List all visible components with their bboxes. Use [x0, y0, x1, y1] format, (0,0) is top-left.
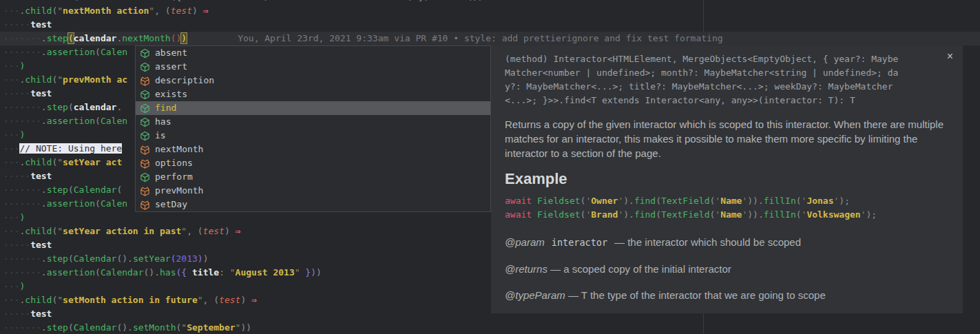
jsdoc-tag-text: — a scoped copy of the initial interacto…: [550, 263, 731, 275]
jsdoc-tag-code: interactor: [552, 237, 607, 248]
code-line[interactable]: ·······.step(calendar.nextMonth())You, A…: [3, 32, 723, 45]
code-token: );: [839, 196, 850, 206]
code-token: ·······: [3, 47, 41, 57]
suggestion-item-options[interactable]: options: [136, 156, 490, 170]
suggestion-item-is[interactable]: is: [136, 129, 490, 143]
code-token: step: [47, 33, 68, 43]
method-icon: [140, 131, 150, 141]
jsdoc-tags: @paraminteractor— the interactor which s…: [505, 235, 949, 302]
code-line[interactable]: ···// NOTE: Using here: [3, 142, 122, 156]
code-token: .: [41, 198, 47, 209]
code-token: TextField: [661, 196, 709, 206]
code-token: )).: [747, 209, 763, 220]
code-token: ): [203, 253, 209, 264]
code-token: 2013: [176, 253, 198, 264]
suggestion-label: absent: [155, 46, 187, 60]
code-token: ": [198, 295, 203, 305]
code-line[interactable]: ···.child("setMonth action in future", (…: [3, 293, 257, 307]
example-code-block: await Fieldset('Owner').find(TextField('…: [505, 194, 949, 222]
code-token: ()): [467, 0, 483, 2]
code-token: );: [866, 209, 877, 220]
code-line[interactable]: ·······.assertion(Calendar().has({ title…: [3, 266, 322, 280]
code-line[interactable]: ···): [3, 280, 25, 293]
code-line[interactable]: ·····test: [3, 169, 52, 183]
code-token: ·······: [3, 267, 41, 278]
code-token: ·······: [3, 253, 41, 264]
code-token: ): [19, 212, 25, 222]
code-line[interactable]: ·······.step(calendar.: [3, 101, 122, 114]
code-line[interactable]: ···.child("prevMonth ac: [3, 73, 127, 87]
code-token: assertion: [47, 267, 95, 278]
code-token: ···: [3, 143, 19, 154]
code-token: test: [171, 6, 192, 16]
suggestion-item-nextMonth[interactable]: nextMonth: [136, 143, 490, 156]
field-icon: [140, 76, 150, 86]
code-line[interactable]: ···.child("nextMonth action", (test) ⇒: [3, 4, 208, 18]
suggestion-item-perform[interactable]: perform: [136, 170, 490, 184]
code-token: test: [30, 309, 52, 319]
code-token: .: [41, 33, 47, 43]
suggestion-item-description[interactable]: description: [136, 74, 490, 87]
code-token: ···: [3, 74, 19, 85]
jsdoc-tag-row: @paraminteractor— the interactor which s…: [505, 235, 949, 250]
code-token: ): [19, 129, 25, 140]
code-line[interactable]: ·······.assertion(Calen: [3, 197, 127, 211]
code-token: .: [116, 102, 122, 112]
code-token: .: [41, 267, 47, 278]
code-line[interactable]: ·······.step(Calendar().setMonth("Septem…: [3, 321, 251, 334]
suggestion-item-assert[interactable]: assert: [136, 60, 490, 74]
code-line[interactable]: ·····test: [3, 87, 52, 101]
code-token: child: [25, 157, 52, 167]
code-token: Fieldset: [537, 196, 581, 206]
code-token: ···: [3, 6, 19, 16]
code-token: 2021-03-10T10:00:00.000Z: [273, 0, 402, 2]
code-token: ': [715, 209, 720, 220]
code-token: ·····: [3, 19, 30, 30]
jsdoc-tag-row: @typeParam — T the type of the interacto…: [505, 288, 949, 302]
code-token: Calen: [101, 198, 127, 209]
code-line[interactable]: ·····test: [3, 18, 52, 32]
close-icon[interactable]: ×: [947, 51, 953, 62]
code-line[interactable]: ···): [3, 59, 25, 73]
code-token: test: [30, 171, 52, 181]
code-line[interactable]: ···.child("setYear act: [3, 156, 122, 169]
suggestion-item-has[interactable]: has: [136, 115, 490, 129]
code-line[interactable]: ·······.step(Calendar().setYear(2013)): [3, 252, 208, 266]
code-token: ).: [623, 209, 634, 220]
suggestion-item-exists[interactable]: exists: [136, 87, 490, 101]
suggestion-item-find[interactable]: find: [136, 101, 490, 115]
code-token: ": [57, 74, 63, 85]
code-line[interactable]: ·······.assertion(Calen: [3, 114, 127, 128]
code-token: :: [208, 0, 219, 2]
suggestion-item-prevMonth[interactable]: prevMonth: [136, 184, 490, 198]
suggestion-label: exists: [155, 87, 187, 101]
code-line[interactable]: ···): [3, 211, 25, 225]
code-token: step: [47, 322, 68, 333]
code-line[interactable]: ···): [3, 128, 25, 142]
code-token: .assertion: [19, 0, 73, 2]
code-token: Owner: [591, 196, 618, 206]
code-token: Volkswagen: [806, 209, 860, 220]
code-line[interactable]: ·······.step(Calendar(: [3, 183, 122, 197]
code-token: assertion: [47, 47, 95, 57]
code-token: test: [30, 88, 52, 98]
autocomplete-dropdown: absentassertdescriptionexistsfindhasisne…: [135, 45, 491, 212]
code-token: Brand: [591, 209, 618, 220]
code-line[interactable]: ·····test: [3, 238, 52, 252]
code-token: step: [47, 253, 68, 264]
code-token: ): [198, 253, 203, 264]
code-token: ·····: [3, 88, 30, 98]
suggestion-label: assert: [155, 60, 187, 74]
example-code-line: await Fieldset('Owner').find(TextField('…: [505, 194, 949, 208]
code-token: (: [68, 322, 74, 333]
code-line[interactable]: ···.child("setYear action in past", (tes…: [3, 225, 240, 238]
code-line[interactable]: ·······.assertion(Calen: [3, 45, 127, 59]
code-token: exists: [435, 0, 467, 2]
suggestion-item-setDay[interactable]: setDay: [136, 198, 490, 211]
code-token: ···: [3, 281, 19, 291]
suggestion-item-absent[interactable]: absent: [136, 46, 490, 60]
code-line[interactable]: ·····test: [3, 307, 52, 321]
code-token: await: [505, 196, 537, 206]
code-token: .: [41, 253, 47, 264]
code-token: ({: [171, 0, 187, 2]
